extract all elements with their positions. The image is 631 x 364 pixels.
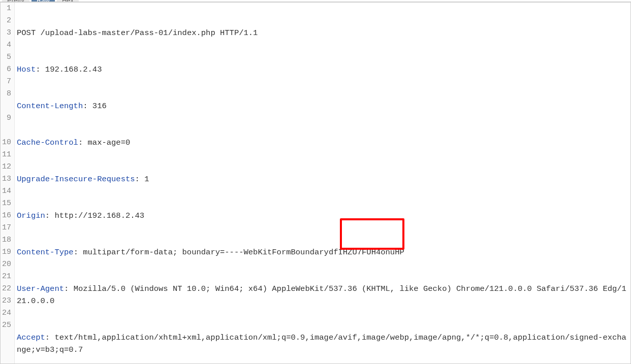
editor: 1 2 3 4 5 6 7 8 9 10 11 12 13 14 15 16 1…	[0, 2, 631, 364]
line-num: 13	[1, 173, 11, 185]
line-num: 14	[1, 185, 11, 197]
header-user-agent: User-Agent: Mozilla/5.0 (Windows NT 10.0…	[17, 283, 630, 307]
line-num: 22	[1, 283, 11, 295]
line-num: 7	[1, 76, 11, 88]
line-num: 9	[1, 112, 11, 124]
line-num: 23	[1, 295, 11, 307]
header-accept: Accept: text/html,application/xhtml+xml,…	[17, 332, 630, 356]
line-num: 6	[1, 63, 11, 76]
line-num: 3	[1, 27, 11, 39]
request-line: POST /upload-labs-master/Pass-01/index.p…	[17, 27, 630, 39]
header-origin: Origin: http://192.168.2.43	[17, 210, 630, 222]
line-num: 4	[1, 39, 11, 51]
line-num: 10	[1, 137, 11, 149]
line-num: 2	[1, 15, 11, 27]
http-editor-container: Pretty Raw Hex 1 2 3 4 5 6 7 8 9 10 11 1…	[0, 0, 631, 364]
line-num: 12	[1, 161, 11, 173]
line-num	[1, 124, 11, 137]
code-area[interactable]: POST /upload-labs-master/Pass-01/index.p…	[15, 3, 630, 363]
line-num: 21	[1, 271, 11, 283]
line-num: 16	[1, 210, 11, 222]
line-num: 17	[1, 222, 11, 234]
header-content-length: Content-Length: 316	[17, 100, 630, 112]
line-num: 20	[1, 258, 11, 271]
line-num: 15	[1, 197, 11, 210]
line-num	[1, 100, 11, 112]
line-num: 19	[1, 246, 11, 258]
line-num: 5	[1, 51, 11, 63]
line-num: 24	[1, 307, 11, 319]
header-content-type: Content-Type: multipart/form-data; bound…	[17, 246, 630, 258]
line-number-gutter: 1 2 3 4 5 6 7 8 9 10 11 12 13 14 15 16 1…	[1, 3, 15, 363]
header-host: Host: 192.168.2.43	[17, 63, 630, 76]
header-upgrade-insecure: Upgrade-Insecure-Requests: 1	[17, 173, 630, 185]
line-num: 11	[1, 149, 11, 161]
header-cache-control: Cache-Control: max-age=0	[17, 137, 630, 149]
line-num: 1	[1, 3, 11, 15]
filename-highlight-box	[340, 218, 404, 250]
line-num: 18	[1, 234, 11, 246]
line-num: 8	[1, 88, 11, 100]
line-num: 25	[1, 319, 11, 332]
